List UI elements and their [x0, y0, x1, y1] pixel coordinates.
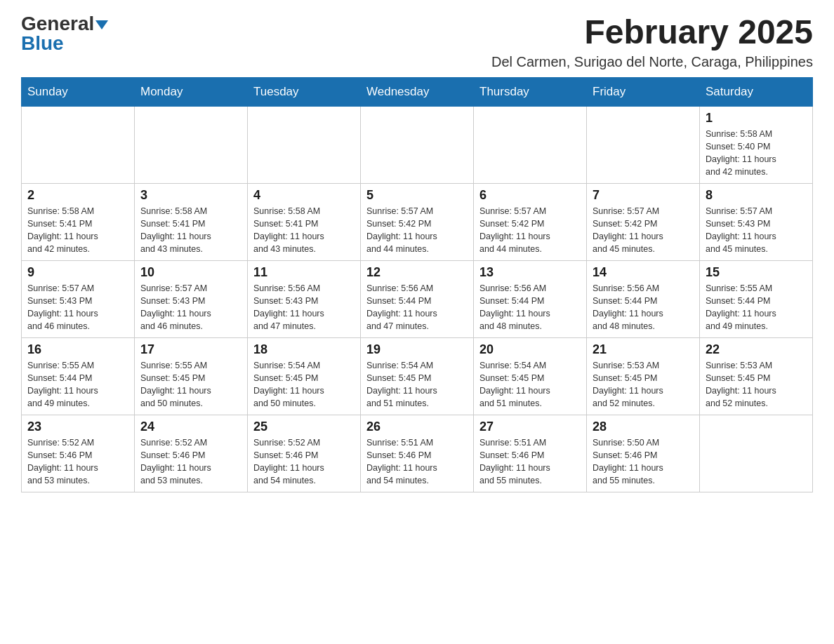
day-number: 24 [140, 420, 241, 434]
location-text: Del Carmen, Surigao del Norte, Caraga, P… [491, 54, 813, 70]
table-cell: 21Sunrise: 5:53 AMSunset: 5:45 PMDayligh… [587, 337, 700, 415]
day-number: 25 [253, 420, 355, 434]
logo-general-text: General [21, 13, 94, 34]
day-info: Sunrise: 5:54 AMSunset: 5:45 PMDaylight:… [479, 359, 581, 410]
day-info: Sunrise: 5:56 AMSunset: 5:43 PMDaylight:… [253, 282, 355, 333]
table-cell: 7Sunrise: 5:57 AMSunset: 5:42 PMDaylight… [587, 183, 700, 260]
table-cell: 8Sunrise: 5:57 AMSunset: 5:43 PMDaylight… [700, 183, 813, 260]
day-info: Sunrise: 5:57 AMSunset: 5:43 PMDaylight:… [706, 205, 807, 256]
day-number: 9 [27, 265, 128, 280]
table-cell: 12Sunrise: 5:56 AMSunset: 5:44 PMDayligh… [361, 260, 474, 337]
table-cell [135, 106, 248, 183]
day-number: 17 [140, 342, 241, 357]
col-sunday: Sunday [22, 77, 135, 106]
day-info: Sunrise: 5:56 AMSunset: 5:44 PMDaylight:… [479, 282, 581, 333]
logo-blue-text: Blue [21, 32, 64, 54]
table-cell: 24Sunrise: 5:52 AMSunset: 5:46 PMDayligh… [135, 415, 248, 492]
day-info: Sunrise: 5:57 AMSunset: 5:42 PMDaylight:… [366, 205, 468, 256]
table-cell: 27Sunrise: 5:51 AMSunset: 5:46 PMDayligh… [474, 415, 587, 492]
day-info: Sunrise: 5:58 AMSunset: 5:41 PMDaylight:… [140, 205, 241, 256]
table-row: 2Sunrise: 5:58 AMSunset: 5:41 PMDaylight… [22, 183, 813, 260]
page-header: General Blue February 2025 Del Carmen, S… [21, 14, 813, 70]
day-info: Sunrise: 5:51 AMSunset: 5:46 PMDaylight:… [366, 436, 468, 488]
table-cell: 28Sunrise: 5:50 AMSunset: 5:46 PMDayligh… [587, 415, 700, 492]
table-cell: 20Sunrise: 5:54 AMSunset: 5:45 PMDayligh… [474, 337, 587, 415]
table-cell: 18Sunrise: 5:54 AMSunset: 5:45 PMDayligh… [248, 337, 361, 415]
day-number: 12 [366, 265, 468, 280]
day-info: Sunrise: 5:57 AMSunset: 5:42 PMDaylight:… [593, 205, 694, 256]
table-cell: 6Sunrise: 5:57 AMSunset: 5:42 PMDaylight… [474, 183, 587, 260]
table-cell: 17Sunrise: 5:55 AMSunset: 5:45 PMDayligh… [135, 337, 248, 415]
day-number: 19 [366, 342, 468, 357]
table-cell: 26Sunrise: 5:51 AMSunset: 5:46 PMDayligh… [361, 415, 474, 492]
table-cell: 19Sunrise: 5:54 AMSunset: 5:45 PMDayligh… [361, 337, 474, 415]
day-number: 18 [253, 342, 355, 357]
col-tuesday: Tuesday [248, 77, 361, 106]
table-cell: 22Sunrise: 5:53 AMSunset: 5:45 PMDayligh… [700, 337, 813, 415]
day-info: Sunrise: 5:56 AMSunset: 5:44 PMDaylight:… [366, 282, 468, 333]
table-cell: 25Sunrise: 5:52 AMSunset: 5:46 PMDayligh… [248, 415, 361, 492]
day-number: 28 [593, 420, 694, 434]
day-number: 4 [253, 188, 355, 203]
logo-triangle-icon [95, 20, 108, 29]
table-cell: 4Sunrise: 5:58 AMSunset: 5:41 PMDaylight… [248, 183, 361, 260]
table-cell: 2Sunrise: 5:58 AMSunset: 5:41 PMDaylight… [22, 183, 135, 260]
day-info: Sunrise: 5:54 AMSunset: 5:45 PMDaylight:… [253, 359, 355, 410]
day-info: Sunrise: 5:50 AMSunset: 5:46 PMDaylight:… [593, 436, 694, 488]
day-info: Sunrise: 5:52 AMSunset: 5:46 PMDaylight:… [140, 436, 241, 488]
calendar-header: Sunday Monday Tuesday Wednesday Thursday… [22, 77, 813, 106]
table-cell [248, 106, 361, 183]
table-cell: 3Sunrise: 5:58 AMSunset: 5:41 PMDaylight… [135, 183, 248, 260]
day-info: Sunrise: 5:56 AMSunset: 5:44 PMDaylight:… [593, 282, 694, 333]
table-row: 16Sunrise: 5:55 AMSunset: 5:44 PMDayligh… [22, 337, 813, 415]
day-number: 1 [706, 111, 807, 126]
day-info: Sunrise: 5:58 AMSunset: 5:41 PMDaylight:… [27, 205, 128, 256]
col-friday: Friday [587, 77, 700, 106]
day-number: 15 [706, 265, 807, 280]
day-number: 8 [706, 188, 807, 203]
day-info: Sunrise: 5:52 AMSunset: 5:46 PMDaylight:… [253, 436, 355, 488]
day-number: 16 [27, 342, 128, 357]
table-cell [587, 106, 700, 183]
table-cell [361, 106, 474, 183]
day-number: 11 [253, 265, 355, 280]
day-info: Sunrise: 5:54 AMSunset: 5:45 PMDaylight:… [366, 359, 468, 410]
day-info: Sunrise: 5:57 AMSunset: 5:43 PMDaylight:… [27, 282, 128, 333]
day-number: 6 [479, 188, 581, 203]
day-number: 23 [27, 420, 128, 434]
calendar-body: 1Sunrise: 5:58 AMSunset: 5:40 PMDaylight… [22, 106, 813, 492]
day-info: Sunrise: 5:57 AMSunset: 5:42 PMDaylight:… [479, 205, 581, 256]
day-number: 3 [140, 188, 241, 203]
table-cell: 9Sunrise: 5:57 AMSunset: 5:43 PMDaylight… [22, 260, 135, 337]
calendar-table: Sunday Monday Tuesday Wednesday Thursday… [21, 77, 813, 492]
day-number: 22 [706, 342, 807, 357]
day-info: Sunrise: 5:53 AMSunset: 5:45 PMDaylight:… [706, 359, 807, 410]
day-number: 10 [140, 265, 241, 280]
header-row: Sunday Monday Tuesday Wednesday Thursday… [22, 77, 813, 106]
day-info: Sunrise: 5:55 AMSunset: 5:44 PMDaylight:… [27, 359, 128, 410]
title-section: February 2025 Del Carmen, Surigao del No… [491, 14, 813, 70]
day-number: 21 [593, 342, 694, 357]
day-info: Sunrise: 5:58 AMSunset: 5:40 PMDaylight:… [706, 128, 807, 179]
table-cell: 15Sunrise: 5:55 AMSunset: 5:44 PMDayligh… [700, 260, 813, 337]
day-number: 14 [593, 265, 694, 280]
table-row: 1Sunrise: 5:58 AMSunset: 5:40 PMDaylight… [22, 106, 813, 183]
day-info: Sunrise: 5:55 AMSunset: 5:45 PMDaylight:… [140, 359, 241, 410]
day-number: 20 [479, 342, 581, 357]
day-info: Sunrise: 5:51 AMSunset: 5:46 PMDaylight:… [479, 436, 581, 488]
table-cell [22, 106, 135, 183]
day-number: 13 [479, 265, 581, 280]
day-info: Sunrise: 5:58 AMSunset: 5:41 PMDaylight:… [253, 205, 355, 256]
col-saturday: Saturday [700, 77, 813, 106]
table-cell [474, 106, 587, 183]
table-cell: 13Sunrise: 5:56 AMSunset: 5:44 PMDayligh… [474, 260, 587, 337]
day-info: Sunrise: 5:52 AMSunset: 5:46 PMDaylight:… [27, 436, 128, 488]
table-cell: 1Sunrise: 5:58 AMSunset: 5:40 PMDaylight… [700, 106, 813, 183]
table-cell: 5Sunrise: 5:57 AMSunset: 5:42 PMDaylight… [361, 183, 474, 260]
col-monday: Monday [135, 77, 248, 106]
day-info: Sunrise: 5:55 AMSunset: 5:44 PMDaylight:… [706, 282, 807, 333]
day-info: Sunrise: 5:57 AMSunset: 5:43 PMDaylight:… [140, 282, 241, 333]
day-info: Sunrise: 5:53 AMSunset: 5:45 PMDaylight:… [593, 359, 694, 410]
logo: General Blue [21, 14, 108, 53]
table-cell: 16Sunrise: 5:55 AMSunset: 5:44 PMDayligh… [22, 337, 135, 415]
